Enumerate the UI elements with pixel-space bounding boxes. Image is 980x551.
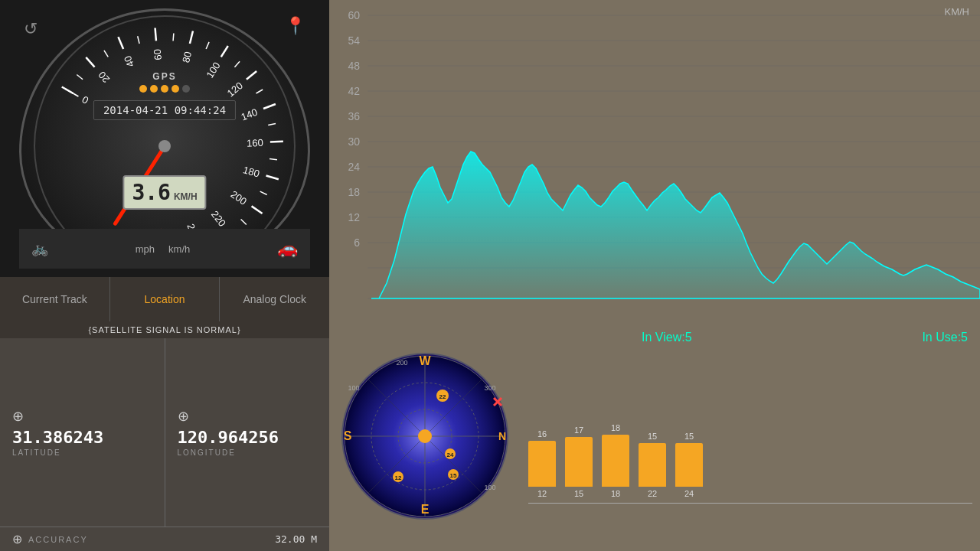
bar-rect-22 (639, 443, 666, 487)
svg-line-29 (266, 176, 279, 180)
chart-area: 60 54 48 42 36 30 24 18 12 6 (329, 0, 980, 321)
svg-line-2 (62, 87, 74, 94)
svg-line-11 (155, 28, 156, 41)
svg-line-14 (190, 31, 193, 44)
datetime-display: 2014-04-21 09:44:24 (93, 100, 236, 120)
bar-strength-15b: 15 (684, 432, 694, 441)
svg-text:40: 40 (122, 54, 136, 69)
svg-line-32 (252, 206, 263, 214)
svg-text:54: 54 (348, 34, 360, 47)
svg-line-23 (263, 104, 276, 109)
svg-text:220: 220 (209, 208, 228, 228)
bar-id-12: 12 (537, 489, 547, 498)
compass-radar: W E S N 200 300 100 100 22 24 15 12 (337, 348, 513, 524)
satellite-panel: In View:5 In Use:5 W E (329, 321, 980, 551)
tab-current-track[interactable]: Current Track (0, 277, 110, 321)
speedometer-panel: 0 20 40 60 80 100 120 (0, 0, 329, 277)
longitude-value: 120.964256 (178, 428, 279, 447)
svg-text:24: 24 (447, 452, 454, 458)
kmh-unit-button[interactable]: km/h (164, 242, 194, 256)
speed-value: 3.6 (132, 180, 171, 205)
svg-line-31 (260, 191, 267, 194)
svg-line-26 (270, 142, 283, 142)
bars-container: 16 12 17 15 18 18 15 22 15 (528, 423, 703, 498)
latitude-label: LATITUDE (12, 448, 61, 457)
svg-text:22: 22 (439, 393, 446, 400)
svg-line-8 (118, 37, 123, 49)
svg-line-13 (173, 33, 174, 41)
satellite-status-banner: {SATELLITE SIGNAL IS NORMAL} (0, 321, 329, 338)
tab-bar: Current Track Location Analog Clock (0, 277, 329, 321)
accuracy-label: ACCURACY (28, 535, 269, 544)
svg-text:180: 180 (242, 164, 261, 179)
gps-pin-icon: 📍 (285, 16, 305, 36)
gps-label: GPS (152, 71, 176, 82)
gps-dot-2 (150, 85, 158, 93)
svg-text:36: 36 (348, 110, 360, 122)
bar-rect-12 (528, 441, 556, 487)
bar-id-24: 24 (684, 489, 694, 498)
signal-bars: 16 12 17 15 18 18 15 22 15 (528, 360, 972, 513)
svg-text:140: 140 (240, 106, 260, 123)
svg-text:100: 100 (204, 60, 222, 80)
in-use-label: In Use:5 (922, 331, 968, 344)
bar-group-24: 15 24 (675, 432, 703, 498)
gps-signal-dots (139, 85, 190, 93)
svg-text:E: E (421, 503, 430, 516)
svg-text:60: 60 (152, 49, 164, 61)
svg-text:60: 60 (348, 9, 360, 21)
svg-text:42: 42 (348, 85, 360, 97)
bar-strength-16: 16 (537, 429, 547, 439)
coordinates-row: ⊕ 31.386243 LATITUDE ⊕ 120.964256 LONGIT… (0, 338, 329, 527)
longitude-box: ⊕ 120.964256 LONGITUDE (165, 338, 330, 527)
bar-id-15: 15 (574, 489, 583, 498)
bar-group-12: 16 12 (528, 429, 556, 498)
svg-line-16 (206, 42, 209, 49)
bar-strength-15a: 15 (648, 432, 657, 441)
bar-group-22: 15 22 (639, 432, 666, 498)
accuracy-icon: ⊕ (12, 532, 22, 546)
svg-text:15: 15 (450, 472, 457, 479)
svg-text:300: 300 (484, 384, 495, 392)
speed-unit: KM/H (174, 191, 198, 202)
svg-line-22 (256, 90, 263, 93)
svg-line-5 (86, 57, 94, 67)
speedometer-bottom-bar: 🚲 mph km/h 🚗 (19, 229, 310, 269)
svg-text:12: 12 (395, 474, 402, 481)
svg-point-96 (418, 429, 432, 443)
latitude-box: ⊕ 31.386243 LATITUDE (0, 338, 165, 527)
svg-text:200: 200 (396, 359, 407, 367)
accuracy-value: 32.00 M (275, 533, 317, 545)
svg-text:6: 6 (354, 236, 360, 249)
car-icon: 🚗 (277, 239, 298, 259)
svg-text:W: W (419, 354, 431, 367)
bar-group-15: 17 15 (565, 425, 593, 498)
svg-text:120: 120 (225, 80, 245, 99)
mph-unit-button[interactable]: mph (131, 242, 159, 256)
svg-text:20: 20 (96, 69, 112, 85)
svg-line-17 (221, 46, 228, 57)
svg-text:12: 12 (348, 211, 360, 223)
svg-text:18: 18 (348, 186, 360, 198)
speed-chart-panel: KM/H 60 54 48 42 36 30 24 18 12 6 (329, 0, 980, 321)
tab-analog-clock[interactable]: Analog Clock (220, 277, 329, 321)
speed-readout: 3.6 KM/H (122, 175, 206, 210)
longitude-label: LONGITUDE (178, 448, 236, 457)
bar-id-22: 22 (648, 489, 657, 498)
svg-text:200: 200 (229, 188, 249, 207)
svg-point-44 (158, 140, 171, 152)
svg-line-10 (138, 36, 139, 44)
svg-line-34 (241, 220, 247, 225)
bar-strength-17: 17 (574, 425, 583, 435)
bar-group-18: 18 18 (602, 423, 629, 498)
svg-text:160: 160 (247, 137, 263, 149)
accuracy-row: ⊕ ACCURACY 32.00 M (0, 527, 329, 551)
svg-line-28 (270, 159, 277, 160)
tab-location[interactable]: Location (110, 277, 220, 321)
latitude-value: 31.386243 (12, 428, 103, 447)
in-view-label: In View:5 (642, 331, 692, 344)
svg-line-4 (77, 74, 83, 79)
svg-marker-67 (371, 152, 980, 298)
reload-icon[interactable]: ↺ (24, 19, 38, 39)
gps-dot-5 (182, 85, 190, 93)
